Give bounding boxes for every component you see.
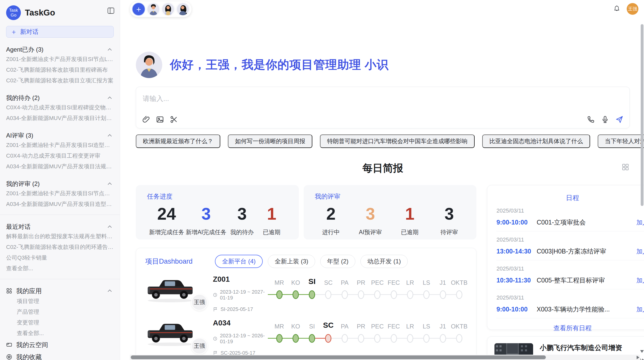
vertical-scrollbar[interactable] [640, 0, 644, 354]
milestone-label: J1 [434, 279, 452, 286]
layout-grid-icon[interactable] [622, 163, 629, 171]
milestone-label: PA [336, 279, 354, 286]
horizontal-scrollbar-thumb[interactable] [131, 355, 546, 359]
app-menu-item[interactable]: 产品管理 [6, 307, 114, 317]
suggestion-chip[interactable]: 特朗普可能对进口汽车增税会对中国车企造成哪些影响 [320, 134, 475, 148]
stat-item: 3 待评审 [435, 205, 463, 236]
app-menu-item[interactable]: 项目管理 [6, 296, 114, 307]
milestone-track: MRKOSISCPAPRPECFECLRLSJ1OKTB [271, 317, 467, 355]
milestone-label: SI [303, 277, 321, 286]
sidebar-task-item[interactable]: Z001-全新燃油轻卡产品开发项目SI节点属性5D文件评审 [6, 188, 114, 199]
recent-chat-item[interactable]: 公司Q3轻卡销量 [6, 252, 114, 263]
stat-value: 2 [317, 205, 345, 223]
suggestion-chip[interactable]: 比亚迪全固态电池计划具体说了什么 [482, 134, 590, 148]
milestone-dot [292, 290, 299, 299]
milestone-dot [325, 334, 331, 343]
notification-bell-icon[interactable] [613, 5, 620, 12]
filter-chip[interactable]: 年型 (2) [320, 255, 355, 268]
agent-avatar-1[interactable] [147, 3, 160, 16]
user-avatar[interactable]: 王强 [627, 3, 638, 15]
project-owner-badge: 王强 [191, 294, 208, 311]
filter-chip[interactable]: 动总开发 (1) [360, 255, 408, 268]
chat-input[interactable] [143, 94, 623, 104]
image-icon[interactable] [156, 115, 164, 124]
sidebar-task-item[interactable]: A034-全新新能源MUV产品开发项目造型可行性评审 [6, 199, 114, 209]
section-ai-review[interactable]: AI评审 (3) [6, 131, 114, 140]
attachment-icon[interactable] [142, 115, 150, 124]
schedule-list: 2025/03/11 9:00-10:00 C001-立项审批会 加入 [496, 202, 644, 318]
scroll-right-arrow-icon[interactable] [637, 356, 639, 359]
left-column: 任务进度 24 新增完成任务 3 [136, 185, 476, 360]
recent-chats-list: 解释最新出台的欧盟报废车法规再生塑料比例被调至15%...C02-飞腾新能源轻客… [6, 231, 114, 274]
add-agent-button[interactable]: ＋ [132, 3, 145, 16]
filter-chip[interactable]: 全新平台 (4) [215, 255, 263, 268]
sidebar-task-item[interactable]: A034-全新新能源MUV产品开发项目计划变更表编写 [6, 113, 114, 124]
composer-tools-right [587, 115, 623, 124]
view-all-schedule-link[interactable]: 查看所有日程 [496, 324, 644, 332]
sidebar-task-item[interactable]: C0X4-动力总成开发项目工程变更评审 [6, 151, 114, 161]
sidebar-collapse-icon[interactable] [108, 8, 114, 14]
vertical-scrollbar-thumb[interactable] [641, 24, 643, 206]
section-recent-chats[interactable]: 最近对话 [6, 222, 114, 231]
project-row[interactable]: 王强 Z001 2023-12-19 ~ 2027-01-19 [145, 274, 467, 312]
agent-avatar-pill: ＋ [130, 1, 192, 17]
filter-chip[interactable]: 全新上装 (3) [268, 255, 315, 268]
app-menu-item[interactable]: 变更管理 [6, 317, 114, 328]
stat-value: 1 [396, 205, 424, 223]
section-my-review[interactable]: 我的评审 (2) [6, 179, 114, 188]
project-row[interactable]: 王强 A034 2023-12-19 ~ 2026-01-19 [145, 317, 467, 355]
app-menu-item[interactable]: 查看全部... [6, 328, 114, 339]
project-image: 王强 [145, 317, 204, 353]
sidebar-item-cloud-space[interactable]: 我的云空间 [6, 339, 114, 351]
section-my-review-list: Z001-全新燃油轻卡产品开发项目SI节点属性5D文件评审A034-全新新能源M… [6, 188, 114, 209]
sidebar-task-item[interactable]: C02-飞腾新能源轻客改款项目里程碑画布 [6, 65, 114, 75]
scissors-icon[interactable] [170, 115, 178, 124]
horizontal-scrollbar[interactable] [130, 355, 640, 360]
milestone-dot [423, 334, 430, 343]
divider [0, 279, 120, 279]
scroll-down-arrow-icon[interactable] [640, 350, 644, 353]
suggestion-chip[interactable]: 当下年轻人对汽车外观有怎样的喜好趋势 [598, 134, 644, 148]
milestone-dot [374, 290, 380, 299]
section-agent-done[interactable]: Agent已办 (3) [6, 45, 114, 54]
project-dates: 2023-12-19 ~ 2027-01-19 [213, 289, 271, 301]
milestone-dot [292, 334, 299, 343]
sidebar-item-my-apps[interactable]: 我的应用 [6, 286, 114, 296]
phone-icon[interactable] [587, 115, 595, 124]
task-progress-stats: 24 新增完成任务 3 新增AI完成任务 [147, 205, 288, 236]
milestone-label: SC [319, 279, 337, 286]
milestone-dot [342, 334, 348, 343]
stat-label: 新增AI完成任务 [186, 228, 226, 236]
milestone-label: OKTB [450, 279, 468, 286]
milestone-label: SI [303, 323, 321, 330]
sidebar-task-item[interactable]: C0X4-动力总成开发项目SI里程碑提交物检查 [6, 102, 114, 113]
sidebar-task-item[interactable]: A034-全新新能源MUV产品开发项目法规符合性评审 [6, 161, 114, 172]
microphone-icon[interactable] [601, 115, 609, 124]
recent-chat-item[interactable]: 解释最新出台的欧盟报废车法规再生塑料比例被调至15%... [6, 231, 114, 242]
sidebar-item-favorites[interactable]: 我的收藏 [6, 351, 114, 360]
suggestion-chip[interactable]: 欧洲新规最近颁布了什么？ [136, 134, 220, 148]
sidebar-task-item[interactable]: Z001-全新燃油皮卡产品开发项目SI节点Lesson Learn报告 [6, 54, 114, 65]
agent-avatar-2[interactable] [162, 3, 175, 16]
truck-image [145, 317, 195, 347]
recent-chat-item[interactable]: C02-飞腾新能源轻客改款项目的闭环通告反馈情况 [6, 242, 114, 252]
agent-avatar-3[interactable] [176, 3, 189, 16]
recent-chat-item[interactable]: 查看全部... [6, 263, 114, 274]
event-title: C003|H0B-方案冻结评审 [537, 247, 632, 256]
sidebar-task-item[interactable]: Z001-全新燃油轻卡产品开发项目SI造型提交物评审 [6, 140, 114, 151]
stat-item: 2 进行中 [317, 205, 345, 236]
composer [136, 87, 630, 128]
section-my-todo[interactable]: 我的待办 (2) [6, 94, 114, 102]
schedule-event: 2025/03/11 9:00-10:00 X003-车辆动力学性能验... 加… [496, 289, 644, 318]
briefing-header: 每日简报 [136, 161, 630, 173]
send-icon[interactable] [615, 115, 623, 124]
project-dates-text: 2023-12-19 ~ 2027-01-19 [220, 289, 271, 301]
milestone-label: SC [319, 321, 337, 329]
dashboard-filters: 全新平台 (4)全新上装 (3)年型 (2)动总开发 (1) [215, 255, 408, 268]
new-chat-button[interactable]: ＋ 新对话 [6, 26, 114, 38]
sidebar-task-item[interactable]: C02-飞腾新能源轻客改款项目立项汇报方案 [6, 75, 114, 86]
event-line: 10:30-11:30 C005-整车工程目标评审 加入 [496, 276, 644, 284]
suggestion-chip[interactable]: 如何写一份清晰的项目周报 [228, 134, 312, 148]
event-line: 13:00-14:30 C003|H0B-方案冻结评审 加入 [496, 247, 644, 256]
milestone-dot [456, 290, 462, 299]
